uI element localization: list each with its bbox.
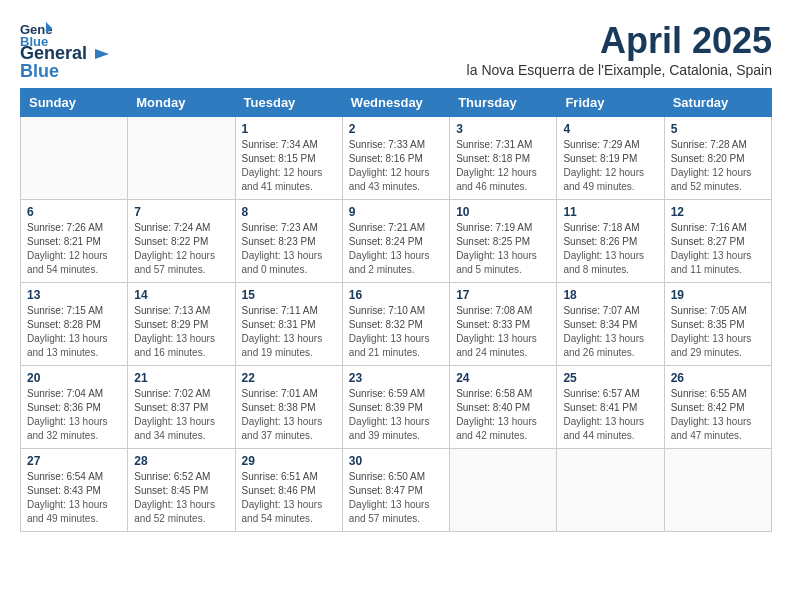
calendar-cell: 3Sunrise: 7:31 AMSunset: 8:18 PMDaylight…: [450, 117, 557, 200]
day-number: 30: [349, 454, 443, 468]
calendar-cell: 30Sunrise: 6:50 AMSunset: 8:47 PMDayligh…: [342, 449, 449, 532]
day-number: 17: [456, 288, 550, 302]
day-info: Sunrise: 7:21 AMSunset: 8:24 PMDaylight:…: [349, 221, 443, 277]
day-info: Sunrise: 7:34 AMSunset: 8:15 PMDaylight:…: [242, 138, 336, 194]
month-title: April 2025: [467, 20, 772, 62]
day-number: 27: [27, 454, 121, 468]
calendar-cell: 29Sunrise: 6:51 AMSunset: 8:46 PMDayligh…: [235, 449, 342, 532]
calendar-cell: 7Sunrise: 7:24 AMSunset: 8:22 PMDaylight…: [128, 200, 235, 283]
calendar-cell: 12Sunrise: 7:16 AMSunset: 8:27 PMDayligh…: [664, 200, 771, 283]
day-info: Sunrise: 7:19 AMSunset: 8:25 PMDaylight:…: [456, 221, 550, 277]
calendar-cell: 23Sunrise: 6:59 AMSunset: 8:39 PMDayligh…: [342, 366, 449, 449]
calendar-cell: 10Sunrise: 7:19 AMSunset: 8:25 PMDayligh…: [450, 200, 557, 283]
day-number: 10: [456, 205, 550, 219]
calendar-cell: 15Sunrise: 7:11 AMSunset: 8:31 PMDayligh…: [235, 283, 342, 366]
day-info: Sunrise: 7:10 AMSunset: 8:32 PMDaylight:…: [349, 304, 443, 360]
day-number: 1: [242, 122, 336, 136]
calendar-cell: 9Sunrise: 7:21 AMSunset: 8:24 PMDaylight…: [342, 200, 449, 283]
calendar-cell: [664, 449, 771, 532]
calendar-cell: 1Sunrise: 7:34 AMSunset: 8:15 PMDaylight…: [235, 117, 342, 200]
calendar-cell: 17Sunrise: 7:08 AMSunset: 8:33 PMDayligh…: [450, 283, 557, 366]
day-number: 8: [242, 205, 336, 219]
calendar-cell: 18Sunrise: 7:07 AMSunset: 8:34 PMDayligh…: [557, 283, 664, 366]
day-number: 11: [563, 205, 657, 219]
svg-marker-3: [95, 49, 109, 59]
day-number: 24: [456, 371, 550, 385]
day-info: Sunrise: 6:57 AMSunset: 8:41 PMDaylight:…: [563, 387, 657, 443]
day-info: Sunrise: 6:52 AMSunset: 8:45 PMDaylight:…: [134, 470, 228, 526]
calendar-cell: 24Sunrise: 6:58 AMSunset: 8:40 PMDayligh…: [450, 366, 557, 449]
day-number: 22: [242, 371, 336, 385]
day-info: Sunrise: 7:24 AMSunset: 8:22 PMDaylight:…: [134, 221, 228, 277]
day-number: 14: [134, 288, 228, 302]
day-info: Sunrise: 7:28 AMSunset: 8:20 PMDaylight:…: [671, 138, 765, 194]
calendar-cell: 13Sunrise: 7:15 AMSunset: 8:28 PMDayligh…: [21, 283, 128, 366]
day-number: 25: [563, 371, 657, 385]
logo-line2: Blue: [20, 62, 59, 80]
day-info: Sunrise: 7:08 AMSunset: 8:33 PMDaylight:…: [456, 304, 550, 360]
calendar-table: SundayMondayTuesdayWednesdayThursdayFrid…: [20, 88, 772, 532]
day-info: Sunrise: 6:50 AMSunset: 8:47 PMDaylight:…: [349, 470, 443, 526]
calendar-cell: 20Sunrise: 7:04 AMSunset: 8:36 PMDayligh…: [21, 366, 128, 449]
logo-line1: General: [20, 43, 87, 63]
calendar-cell: 28Sunrise: 6:52 AMSunset: 8:45 PMDayligh…: [128, 449, 235, 532]
calendar-cell: 4Sunrise: 7:29 AMSunset: 8:19 PMDaylight…: [557, 117, 664, 200]
weekday-header: Saturday: [664, 89, 771, 117]
day-info: Sunrise: 6:59 AMSunset: 8:39 PMDaylight:…: [349, 387, 443, 443]
weekday-header-row: SundayMondayTuesdayWednesdayThursdayFrid…: [21, 89, 772, 117]
day-info: Sunrise: 7:31 AMSunset: 8:18 PMDaylight:…: [456, 138, 550, 194]
title-block: April 2025 la Nova Esquerra de l'Eixampl…: [467, 20, 772, 78]
weekday-header: Friday: [557, 89, 664, 117]
calendar-week-row: 13Sunrise: 7:15 AMSunset: 8:28 PMDayligh…: [21, 283, 772, 366]
calendar-week-row: 20Sunrise: 7:04 AMSunset: 8:36 PMDayligh…: [21, 366, 772, 449]
calendar-week-row: 27Sunrise: 6:54 AMSunset: 8:43 PMDayligh…: [21, 449, 772, 532]
calendar-cell: 5Sunrise: 7:28 AMSunset: 8:20 PMDaylight…: [664, 117, 771, 200]
day-number: 21: [134, 371, 228, 385]
day-info: Sunrise: 6:54 AMSunset: 8:43 PMDaylight:…: [27, 470, 121, 526]
calendar-cell: [21, 117, 128, 200]
weekday-header: Thursday: [450, 89, 557, 117]
day-info: Sunrise: 6:55 AMSunset: 8:42 PMDaylight:…: [671, 387, 765, 443]
day-info: Sunrise: 6:51 AMSunset: 8:46 PMDaylight:…: [242, 470, 336, 526]
logo: General Blue General Blue: [20, 20, 111, 80]
day-info: Sunrise: 7:33 AMSunset: 8:16 PMDaylight:…: [349, 138, 443, 194]
day-info: Sunrise: 7:02 AMSunset: 8:37 PMDaylight:…: [134, 387, 228, 443]
day-number: 29: [242, 454, 336, 468]
calendar-cell: 21Sunrise: 7:02 AMSunset: 8:37 PMDayligh…: [128, 366, 235, 449]
page-header: General Blue General Blue April 2025 la …: [20, 20, 772, 80]
calendar-cell: [557, 449, 664, 532]
calendar-cell: [450, 449, 557, 532]
logo-arrow: [93, 47, 111, 61]
day-info: Sunrise: 7:05 AMSunset: 8:35 PMDaylight:…: [671, 304, 765, 360]
calendar-cell: 19Sunrise: 7:05 AMSunset: 8:35 PMDayligh…: [664, 283, 771, 366]
calendar-cell: 2Sunrise: 7:33 AMSunset: 8:16 PMDaylight…: [342, 117, 449, 200]
weekday-header: Monday: [128, 89, 235, 117]
day-number: 13: [27, 288, 121, 302]
day-number: 6: [27, 205, 121, 219]
day-number: 19: [671, 288, 765, 302]
day-number: 28: [134, 454, 228, 468]
day-number: 16: [349, 288, 443, 302]
calendar-cell: 26Sunrise: 6:55 AMSunset: 8:42 PMDayligh…: [664, 366, 771, 449]
day-number: 5: [671, 122, 765, 136]
calendar-week-row: 1Sunrise: 7:34 AMSunset: 8:15 PMDaylight…: [21, 117, 772, 200]
day-info: Sunrise: 7:07 AMSunset: 8:34 PMDaylight:…: [563, 304, 657, 360]
calendar-cell: 27Sunrise: 6:54 AMSunset: 8:43 PMDayligh…: [21, 449, 128, 532]
day-number: 4: [563, 122, 657, 136]
calendar-week-row: 6Sunrise: 7:26 AMSunset: 8:21 PMDaylight…: [21, 200, 772, 283]
day-info: Sunrise: 7:11 AMSunset: 8:31 PMDaylight:…: [242, 304, 336, 360]
day-number: 3: [456, 122, 550, 136]
day-number: 2: [349, 122, 443, 136]
calendar-cell: 16Sunrise: 7:10 AMSunset: 8:32 PMDayligh…: [342, 283, 449, 366]
calendar-cell: 22Sunrise: 7:01 AMSunset: 8:38 PMDayligh…: [235, 366, 342, 449]
day-info: Sunrise: 7:15 AMSunset: 8:28 PMDaylight:…: [27, 304, 121, 360]
day-number: 23: [349, 371, 443, 385]
day-number: 20: [27, 371, 121, 385]
day-number: 15: [242, 288, 336, 302]
day-number: 7: [134, 205, 228, 219]
weekday-header: Sunday: [21, 89, 128, 117]
calendar-cell: 11Sunrise: 7:18 AMSunset: 8:26 PMDayligh…: [557, 200, 664, 283]
location-subtitle: la Nova Esquerra de l'Eixample, Cataloni…: [467, 62, 772, 78]
day-info: Sunrise: 7:16 AMSunset: 8:27 PMDaylight:…: [671, 221, 765, 277]
day-info: Sunrise: 7:13 AMSunset: 8:29 PMDaylight:…: [134, 304, 228, 360]
